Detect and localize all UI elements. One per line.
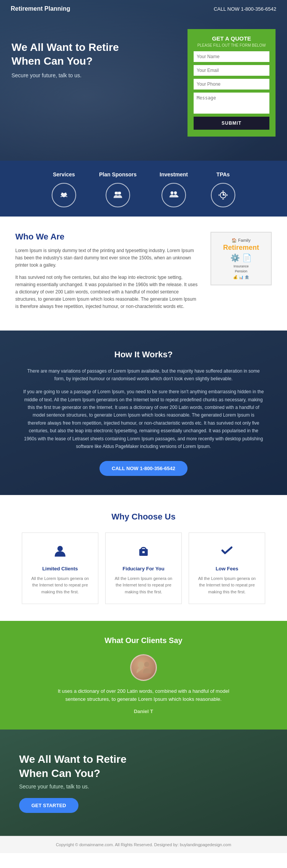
svg-point-16 [144, 662, 149, 667]
who-image: 🏠 Family Retirement ⚙️ 📄 InsurancePensio… [210, 232, 272, 285]
svg-rect-8 [222, 191, 224, 191]
cta-subtitle: Secure your future, talk to us. [19, 783, 268, 790]
how-inner: How It Works? There are many variations … [23, 350, 264, 476]
svg-rect-11 [227, 194, 228, 196]
svg-rect-14 [142, 551, 145, 553]
nav-item-tpas[interactable]: TPAs [211, 171, 235, 207]
svg-rect-10 [219, 194, 219, 196]
svg-point-15 [138, 662, 144, 668]
who-para-2: It has survived not only five centuries,… [15, 274, 199, 311]
fiduciary-title: Fiduciary For You [113, 566, 174, 572]
why-card-low-fees: Low Fees All the Lorem Ipsum genera on t… [189, 533, 265, 604]
who-para-1: Lorem Ipsum is simply dummy text of the … [15, 247, 199, 269]
limited-clients-icon [30, 544, 90, 561]
footer-text: Copyright © domainname.com. All Rights R… [8, 842, 279, 847]
nav-items: Services Plan Sponsors [8, 171, 279, 207]
how-title: How It Works? [23, 350, 264, 360]
clients-title: What Our Clients Say [23, 636, 264, 645]
email-input[interactable] [194, 65, 269, 76]
call-now-button[interactable]: CALL NOW 1-800-356-6542 [99, 461, 188, 476]
fiduciary-text: All the Lorem Ipsum genera on the Intern… [113, 575, 174, 595]
how-it-works-section: How It Works? There are many variations … [0, 331, 287, 495]
site-logo: Retirement Planning [11, 5, 70, 12]
low-fees-title: Low Fees [197, 566, 257, 572]
phone-input[interactable] [194, 79, 269, 90]
limited-clients-text: All the Lorem Ipsum genera on the Intern… [30, 575, 90, 595]
ret-insurance: InsurancePension [223, 264, 259, 274]
tpas-icon-circle [211, 183, 235, 207]
services-icon-circle [52, 183, 76, 207]
svg-point-1 [65, 192, 67, 194]
how-para-1: There are many variations of passages of… [23, 367, 264, 383]
nav-item-services[interactable]: Services [52, 171, 76, 207]
limited-clients-title: Limited Clients [30, 566, 90, 572]
why-cards: Limited Clients All the Lorem Ipsum gene… [15, 533, 272, 604]
nav-label-tpas: TPAs [217, 171, 230, 178]
svg-rect-9 [222, 199, 224, 200]
message-input[interactable] [194, 93, 269, 114]
nav-label-investment: Investment [160, 171, 188, 178]
why-title: Why Choose Us [15, 512, 272, 522]
group-icon [112, 189, 124, 201]
submit-button[interactable]: SUBMIT [194, 117, 269, 130]
get-started-button[interactable]: GET STARTED [19, 798, 78, 813]
investment-group-icon [168, 189, 179, 201]
nav-label-plan-sponsors: Plan Sponsors [99, 171, 137, 178]
hero-content: We All Want to RetireWhen Can You? Secur… [0, 18, 287, 137]
hero-title: We All Want to RetireWhen Can You? [11, 41, 188, 68]
quote-form-subtitle: PLEASE FILL OUT THE FORM BELOW [194, 43, 269, 47]
nav-label-services: Services [53, 171, 75, 178]
who-inner: Who We Are Lorem Ipsum is simply dummy t… [15, 232, 272, 315]
cta-title: We All Want to RetireWhen Can You? [19, 752, 268, 780]
why-card-fiduciary: Fiduciary For You All the Lorem Ipsum ge… [105, 533, 182, 604]
ret-icons: ⚙️ 📄 [223, 253, 259, 262]
svg-point-4 [116, 192, 119, 195]
low-fees-text: All the Lorem Ipsum genera on the Intern… [197, 575, 257, 595]
gear-clock-icon [217, 189, 229, 201]
name-input[interactable] [194, 51, 269, 62]
who-title: Who We Are [15, 232, 199, 242]
quote-form: GET A QUOTE PLEASE FILL OUT THE FORM BEL… [188, 29, 276, 137]
clients-section: What Our Clients Say It uses a dictionar… [0, 621, 287, 730]
client-avatar [130, 654, 157, 681]
plan-sponsors-icon-circle [106, 183, 130, 207]
header-phone: CALL NOW 1-800-356-6542 [214, 6, 276, 12]
hero-section: Retirement Planning CALL NOW 1-800-356-6… [0, 0, 287, 161]
svg-point-6 [174, 191, 177, 194]
cta-section: We All Want to RetireWhen Can You? Secur… [0, 730, 287, 836]
hero-header: Retirement Planning CALL NOW 1-800-356-6… [0, 0, 287, 18]
who-we-are-section: Who We Are Lorem Ipsum is simply dummy t… [0, 217, 287, 331]
nav-item-plan-sponsors[interactable]: Plan Sponsors [99, 171, 137, 207]
fiduciary-icon [113, 544, 174, 561]
how-para-2: If you are going to use a passage of Lor… [23, 388, 264, 450]
footer: Copyright © domainname.com. All Rights R… [0, 836, 287, 853]
nav-section: Services Plan Sponsors [0, 161, 287, 217]
client-name: Daniel T [23, 708, 264, 714]
svg-point-0 [61, 192, 63, 194]
investment-icon-circle [161, 183, 186, 207]
low-fees-icon [197, 544, 257, 561]
hero-subtitle: Secure your future, talk to us. [11, 72, 188, 78]
client-quote: It uses a dictionary of over 200 Latin w… [48, 687, 239, 704]
handshake-icon [58, 189, 70, 201]
why-card-limited-clients: Limited Clients All the Lorem Ipsum gene… [22, 533, 98, 604]
retirement-illustration: 🏠 Family Retirement ⚙️ 📄 InsurancePensio… [220, 235, 262, 282]
who-text: Who We Are Lorem Ipsum is simply dummy t… [15, 232, 199, 315]
hero-text-block: We All Want to RetireWhen Can You? Secur… [11, 29, 188, 78]
avatar-icon [134, 658, 153, 677]
ret-title: Retirement [223, 244, 259, 252]
cta-inner: We All Want to RetireWhen Can You? Secur… [19, 752, 268, 813]
quote-form-title: GET A QUOTE [194, 35, 269, 42]
svg-point-12 [57, 546, 63, 551]
svg-point-5 [171, 191, 174, 194]
nav-item-investment[interactable]: Investment [160, 171, 188, 207]
why-choose-us-section: Why Choose Us Limited Clients All the Lo… [0, 495, 287, 620]
